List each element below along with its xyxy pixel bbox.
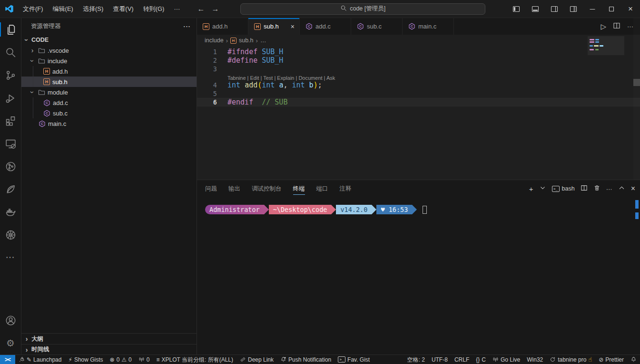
panel-tab-端口[interactable]: 端口 <box>316 180 328 197</box>
split-terminal-button[interactable] <box>581 184 588 193</box>
tree-item-sub.h[interactable]: Hsub.h <box>21 77 197 87</box>
tree-item-.vscode[interactable]: ›.vscode <box>21 45 197 56</box>
new-terminal-button[interactable]: + <box>529 185 533 193</box>
status-platform[interactable]: Win32 <box>523 355 546 364</box>
activity-source-control[interactable] <box>0 64 21 86</box>
code-line-1[interactable]: 1#ifndef SUB_H <box>197 48 640 56</box>
minimize-button[interactable] <box>583 0 602 18</box>
status-notifications[interactable] <box>627 355 640 364</box>
activity-leaf-extension[interactable] <box>0 178 21 201</box>
tree-item-main.c[interactable]: Cmain.c <box>21 118 197 129</box>
layout-panel-button[interactable] <box>526 0 545 18</box>
tab-sub.c[interactable]: Csub.c <box>351 18 403 35</box>
status-push-notification[interactable]: Push Notification <box>277 355 335 364</box>
activity-extensions[interactable] <box>0 109 21 132</box>
code-line-5[interactable]: 5 <box>197 89 640 98</box>
workspace-root-row[interactable]: › CODE <box>21 35 197 45</box>
tab-add.c[interactable]: Cadd.c <box>300 18 351 35</box>
minimap[interactable] <box>588 36 624 92</box>
activity-kubernetes[interactable] <box>0 223 21 246</box>
maximize-panel-button[interactable] <box>618 184 625 193</box>
tree-item-module[interactable]: ›module <box>21 87 197 97</box>
status-encoding[interactable]: UTF-8 <box>428 355 451 364</box>
status-go-live[interactable]: Go Live <box>489 355 523 364</box>
menu-item-1[interactable]: 编辑(E) <box>48 2 78 16</box>
panel-tab-问题[interactable]: 问题 <box>205 180 217 197</box>
shell-selector[interactable]: >_bash <box>552 185 575 192</box>
status-indentation[interactable]: 空格: 2 <box>404 355 428 364</box>
breadcrumb-item[interactable]: sub.h <box>239 37 254 44</box>
menu-item-3[interactable]: 查看(V) <box>108 2 138 16</box>
menu-item-0[interactable]: 文件(F) <box>18 2 48 16</box>
menu-item-4[interactable]: 转到(G) <box>138 2 169 16</box>
split-editor-button[interactable] <box>613 22 620 31</box>
command-center-search[interactable]: code [管理员] <box>240 3 485 15</box>
status-eol[interactable]: CRLF <box>451 355 473 364</box>
section-大纲[interactable]: ›大纲 <box>21 334 197 344</box>
close-tab-icon[interactable]: × <box>287 23 295 30</box>
activity-git-graph[interactable] <box>0 155 21 178</box>
code-line-6[interactable]: 6#endif // SUB <box>197 98 640 106</box>
activity-accounts[interactable] <box>0 309 21 332</box>
activity-more-views[interactable]: ··· <box>0 246 21 269</box>
status-feedback-count[interactable]: 0 <box>135 355 153 364</box>
status-fav-gist[interactable]: >_Fav. Gist <box>335 355 373 364</box>
terminal-dropdown-button[interactable] <box>539 184 546 193</box>
status-remote-indicator[interactable]: >< <box>0 355 15 364</box>
terminal-scrollbar[interactable] <box>635 197 639 354</box>
status-language-mode[interactable]: {}C <box>473 355 489 364</box>
activity-run-debug[interactable] <box>0 86 21 109</box>
status-launchpad[interactable]: ✎Launchpad <box>15 355 65 364</box>
codelens-actions[interactable]: Tabnine | Edit | Test | Explain | Docume… <box>197 73 640 81</box>
status-problems[interactable]: ⊗0⚠0 <box>107 355 135 364</box>
tree-item-include[interactable]: ›include <box>21 56 197 66</box>
activity-search[interactable] <box>0 41 21 64</box>
maximize-button[interactable] <box>602 0 621 18</box>
panel-tab-终端[interactable]: 终端 <box>293 180 305 197</box>
panel-tab-注释[interactable]: 注释 <box>340 180 352 197</box>
status-xplot-group[interactable]: ≡XPLOT 当前分组: 所有(ALL) <box>153 355 236 364</box>
explorer-more-actions-icon[interactable]: ··· <box>184 23 191 30</box>
close-panel-button[interactable]: × <box>631 184 635 193</box>
code-line-2[interactable]: 2#define SUB_H <box>197 56 640 65</box>
panel-tab-调试控制台[interactable]: 调试控制台 <box>252 180 282 197</box>
layout-sidebar-left-button[interactable] <box>507 0 526 18</box>
activity-settings[interactable]: ⚙ <box>0 332 21 354</box>
line-number: 5 <box>197 90 227 97</box>
breadcrumb[interactable]: include›Hsub.h›… <box>197 35 640 46</box>
scrollbar-thumb[interactable] <box>633 79 640 86</box>
menu-item-5[interactable]: ··· <box>169 2 185 16</box>
editor-scrollbar[interactable] <box>633 18 640 180</box>
kill-terminal-button[interactable] <box>593 184 601 193</box>
more-actions-button[interactable]: ··· <box>606 185 612 192</box>
breadcrumb-item[interactable]: include <box>205 37 224 44</box>
close-window-button[interactable]: × <box>621 0 640 18</box>
status-tabnine[interactable]: tabnine pro☝ <box>546 355 595 364</box>
back-arrow-icon[interactable]: ← <box>197 5 205 13</box>
status-deep-link[interactable]: Deep Link <box>236 355 277 364</box>
menu-item-2[interactable]: 选择(S) <box>78 2 108 16</box>
layout-customize-button[interactable] <box>564 0 583 18</box>
status-prettier[interactable]: ⊘Prettier <box>595 355 627 364</box>
more-actions-button[interactable]: ··· <box>627 23 633 30</box>
status-show-gists[interactable]: ⚡Show Gists <box>65 355 106 364</box>
activity-docker[interactable] <box>0 201 21 223</box>
breadcrumb-item[interactable]: … <box>260 37 266 44</box>
tree-item-add.h[interactable]: Hadd.h <box>21 66 197 77</box>
tab-sub.h[interactable]: Hsub.h× <box>248 18 300 35</box>
tree-item-add.c[interactable]: Cadd.c <box>21 97 197 108</box>
tree-item-sub.c[interactable]: Csub.c <box>21 108 197 118</box>
activity-remote-explorer[interactable] <box>0 132 21 155</box>
forward-arrow-icon[interactable]: → <box>211 5 219 13</box>
code-editor[interactable]: 1#ifndef SUB_H2#define SUB_H3Tabnine | E… <box>197 46 640 180</box>
activity-explorer[interactable] <box>0 18 21 41</box>
code-line-3[interactable]: 3 <box>197 65 640 73</box>
run-button[interactable]: ▷ <box>601 22 606 31</box>
section-时间线[interactable]: ›时间线 <box>21 344 197 354</box>
terminal[interactable]: Administrator~\Desktop\codev14.2.0♥ 16:5… <box>197 197 640 354</box>
tab-add.h[interactable]: Hadd.h <box>197 18 248 35</box>
tab-main.c[interactable]: Cmain.c <box>403 18 454 35</box>
panel-tab-输出[interactable]: 输出 <box>228 180 240 197</box>
layout-sidebar-right-button[interactable] <box>545 0 564 18</box>
code-line-4[interactable]: 4int add(int a, int b); <box>197 81 640 89</box>
